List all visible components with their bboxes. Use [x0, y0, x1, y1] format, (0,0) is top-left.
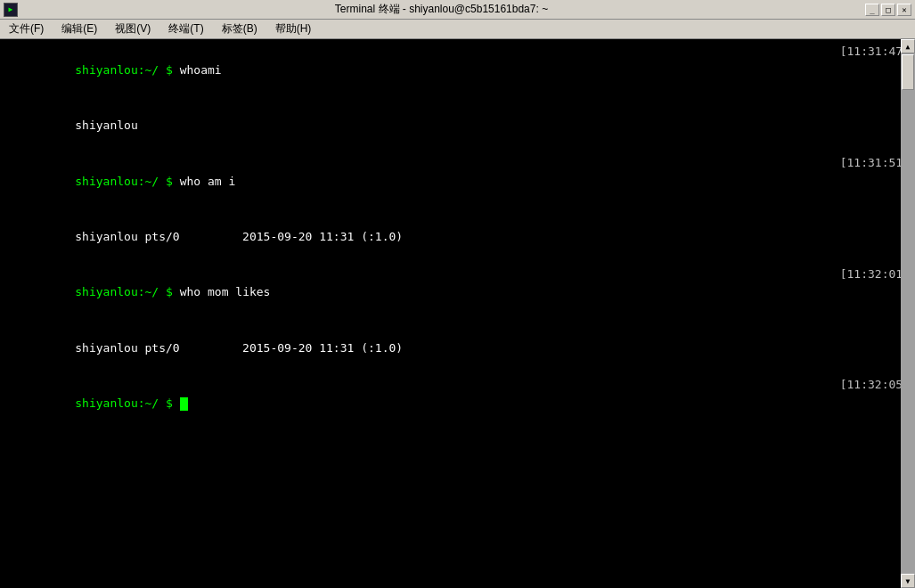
menu-file[interactable]: 文件(F)	[4, 20, 49, 38]
line-5-left: shiyanlou:~/ $ who mom likes	[5, 265, 803, 321]
line-2-left: shiyanlou	[5, 98, 803, 153]
line-2: shiyanlou	[5, 98, 910, 153]
close-button[interactable]: ✕	[897, 4, 911, 16]
line-7-left: shiyanlou:~/ $	[5, 376, 803, 431]
output-1: shiyanlou	[75, 118, 137, 132]
timestamp-2	[803, 98, 910, 153]
line-3-left: shiyanlou:~/ $ who am i	[5, 154, 803, 209]
line-1-left: shiyanlou:~/ $ whoami	[5, 43, 803, 98]
scroll-down-arrow[interactable]: ▼	[901, 574, 915, 588]
menu-view[interactable]: 视图(V)	[110, 20, 156, 38]
timestamp-4	[803, 209, 910, 265]
menu-terminal[interactable]: 终端(T)	[163, 20, 208, 38]
prompt-3: shiyanlou:~/ $	[75, 285, 173, 298]
line-3: shiyanlou:~/ $ who am i [11:31:51]	[5, 154, 910, 209]
window: Terminal 终端 - shiyanlou@c5b15161bda7: ~ …	[0, 0, 915, 588]
line-4: shiyanlou pts/0 2015-09-20 11:31 (:1.0)	[5, 209, 910, 265]
window-title: Terminal 终端 - shiyanlou@c5b15161bda7: ~	[18, 2, 865, 17]
menu-bar: 文件(F) 编辑(E) 视图(V) 终端(T) 标签(B) 帮助(H)	[0, 20, 915, 39]
line-4-left: shiyanlou pts/0 2015-09-20 11:31 (:1.0)	[5, 209, 803, 265]
title-bar-left	[4, 3, 18, 17]
command-3: who mom likes	[173, 285, 271, 298]
command-1: whoami	[173, 63, 222, 77]
command-4	[173, 396, 180, 410]
terminal-icon	[4, 3, 18, 17]
menu-edit[interactable]: 编辑(E)	[56, 20, 102, 38]
terminal-area[interactable]: shiyanlou:~/ $ whoami [11:31:47] shiyanl…	[0, 39, 915, 588]
line-1: shiyanlou:~/ $ whoami [11:31:47]	[5, 43, 910, 98]
line-5: shiyanlou:~/ $ who mom likes [11:32:01]	[5, 265, 910, 321]
menu-tabs[interactable]: 标签(B)	[216, 20, 263, 38]
minimize-button[interactable]: _	[865, 4, 879, 16]
menu-help[interactable]: 帮助(H)	[270, 20, 317, 38]
title-bar-controls: _ □ ✕	[865, 4, 911, 16]
scroll-thumb[interactable]	[902, 54, 914, 90]
prompt-4: shiyanlou:~/ $	[75, 396, 173, 410]
prompt-1: shiyanlou:~/ $	[75, 63, 173, 77]
cursor	[180, 397, 188, 411]
maximize-button[interactable]: □	[881, 4, 895, 16]
title-bar: Terminal 终端 - shiyanlou@c5b15161bda7: ~ …	[0, 0, 915, 20]
scroll-up-arrow[interactable]: ▲	[901, 39, 915, 53]
prompt-2: shiyanlou:~/ $	[75, 175, 173, 188]
timestamp-7: [11:32:05]	[803, 376, 910, 431]
timestamp-1: [11:31:47]	[803, 43, 910, 98]
terminal-content: shiyanlou:~/ $ whoami [11:31:47] shiyanl…	[5, 43, 910, 432]
command-2: who am i	[173, 175, 235, 188]
timestamp-3: [11:31:51]	[803, 154, 910, 209]
output-2: shiyanlou pts/0 2015-09-20 11:31 (:1.0)	[75, 230, 403, 243]
timestamp-6	[803, 321, 910, 376]
line-6: shiyanlou pts/0 2015-09-20 11:31 (:1.0)	[5, 321, 910, 376]
scrollbar[interactable]: ▲ ▼	[901, 39, 915, 588]
scroll-track[interactable]	[901, 53, 915, 574]
output-3: shiyanlou pts/0 2015-09-20 11:31 (:1.0)	[75, 341, 403, 355]
line-6-left: shiyanlou pts/0 2015-09-20 11:31 (:1.0)	[5, 321, 803, 376]
timestamp-5: [11:32:01]	[803, 265, 910, 321]
line-7: shiyanlou:~/ $ [11:32:05]	[5, 376, 910, 431]
